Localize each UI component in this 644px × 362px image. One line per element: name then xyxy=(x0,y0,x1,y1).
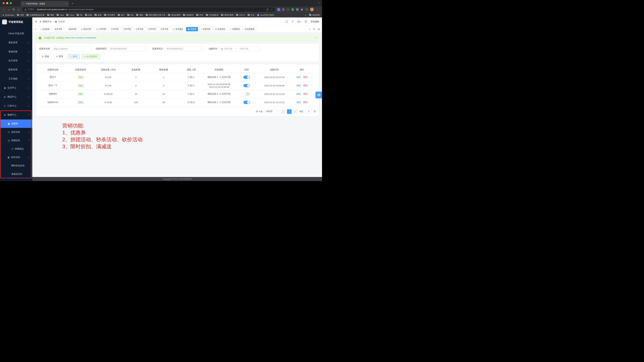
page-tab[interactable]: 订单详情 xyxy=(146,27,158,31)
status-toggle[interactable] xyxy=(244,76,250,79)
delete-link[interactable]: 删除 xyxy=(303,76,308,78)
home-icon[interactable]: ⌂ xyxy=(16,7,21,12)
font-size-icon[interactable]: Tr xyxy=(292,20,294,23)
alert-close-icon[interactable]: × xyxy=(315,36,316,40)
bookmarks-root[interactable]: ★ Bookmarks xyxy=(2,14,14,16)
browser-tab[interactable]: 芋道管理系统 - 优惠券 × xyxy=(20,1,69,7)
extension-icon[interactable] xyxy=(286,8,290,11)
close-window-button[interactable] xyxy=(2,2,5,4)
profile-avatar[interactable] xyxy=(310,8,314,12)
page-tab[interactable]: 订单列表 xyxy=(94,27,108,31)
bookmark-item[interactable]: 搜索 xyxy=(47,14,54,16)
coupon-type-select[interactable]: 请选择优惠券类型 xyxy=(108,46,147,51)
page-tab[interactable]: 商品列表 xyxy=(65,27,78,31)
reset-button[interactable]: ↻ 重置 xyxy=(54,54,66,59)
prev-page-button[interactable]: ‹ xyxy=(281,109,286,114)
bookmark-item[interactable]: 近期需要读的文章 xyxy=(26,14,44,16)
bookmark-item[interactable]: 前端 xyxy=(85,14,92,16)
user-name[interactable]: 芋道源码 xyxy=(311,20,319,23)
bookmarks-overflow-icon[interactable]: » xyxy=(305,14,306,16)
side-panel-icon[interactable] xyxy=(305,8,308,11)
edit-link[interactable]: 修改 xyxy=(296,93,301,95)
search-button[interactable]: 搜索 xyxy=(39,54,52,59)
breadcrumb-first[interactable]: 营销中心 xyxy=(43,20,52,23)
menu-fold-icon[interactable]: ≡ xyxy=(35,20,37,24)
bookmark-item[interactable]: PHP xyxy=(196,14,203,16)
extension-icon[interactable] xyxy=(296,8,299,11)
page-tab[interactable]: 订单详情 xyxy=(159,27,170,31)
goto-page-input[interactable] xyxy=(305,109,312,114)
page-tab[interactable]: 会员优惠券 xyxy=(243,27,256,31)
bookmark-star-icon[interactable]: ☆ xyxy=(271,8,273,11)
url-bar[interactable]: 不安全 dashboard-vue3.yudao.iocoder.cn /pro… xyxy=(22,7,275,12)
bookmark-item[interactable]: 设计 xyxy=(118,14,125,16)
fullscreen-icon[interactable] xyxy=(286,20,288,23)
bookmark-item[interactable]: 软件/硬件 xyxy=(104,14,115,16)
page-tab[interactable]: 订单详情 xyxy=(122,27,133,31)
tags-scroll-right-icon[interactable]: » xyxy=(308,28,311,30)
bookmark-item[interactable]: IDE xyxy=(127,14,134,16)
page-tab[interactable]: 会员详情 xyxy=(52,27,64,31)
sidebar-item-seckill[interactable]: ◴秒杀活动 xyxy=(0,128,32,136)
sidebar-item-marketing-center[interactable]: ⊞营销中心 xyxy=(0,110,32,120)
page-tab[interactable]: 售后退款 xyxy=(171,27,185,31)
page-tab[interactable]: 会员标签 xyxy=(38,27,52,31)
bookmark-item[interactable]: 游戏 xyxy=(94,14,102,16)
alert-doc-link[interactable]: https://doc.iocoder.cn/mall/build/ xyxy=(65,37,96,39)
page-tab[interactable]: 秒杀时段 xyxy=(199,27,212,31)
extension-icon[interactable] xyxy=(291,8,294,11)
forward-icon[interactable]: → xyxy=(6,7,11,12)
tab-close-icon[interactable]: × xyxy=(66,3,67,5)
bookmark-item[interactable]: 博客未整理 xyxy=(221,14,234,16)
sidebar-item-bargain[interactable]: ◧砍价活动 xyxy=(0,153,32,161)
share-icon[interactable] xyxy=(266,8,269,11)
back-icon[interactable]: ← xyxy=(2,7,6,12)
member-coupon-button[interactable]: ≡ 会员优惠券 xyxy=(82,54,100,59)
language-icon[interactable]: 文A xyxy=(297,20,301,23)
bookmark-item[interactable]: 资讯未整理 xyxy=(168,14,180,16)
bookmark-item[interactable]: DB xyxy=(77,14,82,16)
tags-menu-icon[interactable]: ⊞ xyxy=(317,28,320,30)
status-toggle[interactable] xyxy=(244,92,250,96)
bookmark-item[interactable]: Linux xyxy=(66,14,74,16)
sidebar-item-infra[interactable]: 基础设施 xyxy=(0,47,32,56)
sidebar-item-cloud-docs[interactable]: Cloud 开发文档 xyxy=(0,29,32,38)
page-size-select[interactable]: 10条/页 xyxy=(264,109,279,114)
bookmark-item[interactable]: 项目 xyxy=(136,14,143,16)
status-toggle[interactable] xyxy=(244,84,250,87)
coupon-name-input[interactable] xyxy=(54,48,89,50)
extension-icon[interactable] xyxy=(282,8,285,11)
delete-link[interactable]: 删除 xyxy=(303,101,308,104)
browser-menu-icon[interactable]: ⋮ xyxy=(316,8,320,11)
sidebar-item-full-reduction[interactable]: 满减送活动 xyxy=(0,170,32,178)
extensions-puzzle-icon[interactable] xyxy=(300,8,304,11)
status-toggle[interactable] xyxy=(244,101,250,104)
page-tab[interactable]: 拼团商品 xyxy=(228,27,242,31)
sidebar-item-system[interactable]: 系统管理 xyxy=(0,38,32,47)
coupon-status-select[interactable]: 请选择优惠券状态 xyxy=(165,46,204,51)
bookmark-item[interactable]: 2014-4 xyxy=(236,14,245,16)
sidebar-item-groupbuy[interactable]: ◫拼团活动 xyxy=(0,136,32,145)
page-tab[interactable]: 订单详情 xyxy=(134,27,145,31)
bookmark-item[interactable]: 运营 xyxy=(17,14,24,16)
delete-link[interactable]: 删除 xyxy=(303,84,308,87)
next-page-button[interactable]: › xyxy=(293,109,298,114)
edit-link[interactable]: 修改 xyxy=(296,76,301,78)
page-tab[interactable]: 秒杀商品 xyxy=(213,27,227,31)
minimize-window-button[interactable] xyxy=(6,2,8,4)
edit-link[interactable]: 修改 xyxy=(296,101,301,104)
bookmark-item[interactable]: 文件服务器 xyxy=(206,14,218,16)
zoom-window-button[interactable] xyxy=(10,2,12,4)
new-tab-button[interactable]: + xyxy=(70,1,75,6)
page-tab[interactable]: 订单详情 xyxy=(109,27,120,31)
sidebar-item-order-center[interactable]: ↻订单中心 xyxy=(0,101,32,110)
page-tab[interactable]: 优惠券 xyxy=(186,27,198,31)
date-range-picker[interactable]: ▦ 开始日期 – 结束日期 xyxy=(219,46,260,51)
add-button[interactable]: + 新增 xyxy=(68,54,80,59)
bookmark-item[interactable]: Java xyxy=(56,14,64,16)
sidebar-item-product-center[interactable]: ◈商品中心 xyxy=(0,92,32,101)
tags-scroll-left-icon[interactable]: « xyxy=(34,28,37,30)
sidebar-item-payment[interactable]: 支付管理 xyxy=(0,56,32,65)
sidebar-item-workflow[interactable]: 工作流程 xyxy=(0,74,32,83)
settings-fab[interactable] xyxy=(316,92,322,98)
